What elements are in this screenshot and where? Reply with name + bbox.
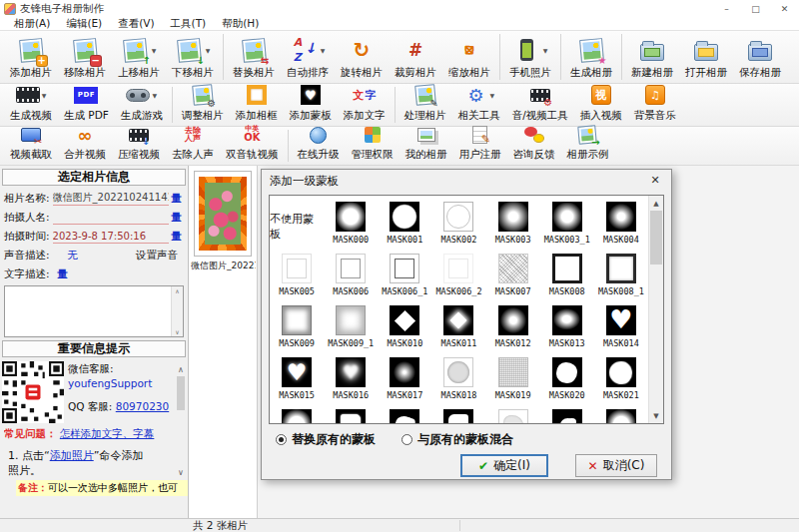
mask-item-mask006[interactable]: MASK006 — [324, 251, 378, 302]
scroll-down-icon[interactable]: ∨ — [175, 328, 179, 335]
make-pdf-button[interactable]: PDF生成 PDF — [58, 85, 115, 125]
menu-album[interactable]: 相册(A) — [6, 17, 58, 31]
make-video-button[interactable]: ▼生成视频 — [4, 85, 58, 125]
av-tools-button[interactable]: ⚙音/视频工具 — [506, 85, 574, 125]
menu-edit[interactable]: 编辑(E) — [58, 17, 110, 31]
minimize-icon[interactable]: – — [712, 0, 741, 17]
mask-item-mask013[interactable]: MASK013 — [540, 302, 594, 354]
open-album-button[interactable]: 打开相册 — [679, 32, 733, 82]
online-upgrade-button[interactable]: 在线升级 — [292, 128, 346, 164]
bg-music-button[interactable]: ♫背景音乐 — [628, 85, 682, 125]
mask-item-mask010[interactable]: MASK010 — [378, 302, 431, 354]
photo-name-value[interactable]: 微信图片_20221024114108 — [53, 191, 169, 206]
mask-item-mask009_1[interactable]: MASK009_1 — [324, 302, 378, 354]
dropdown-icon[interactable]: ▼ — [543, 47, 548, 54]
mask-list-scrollbar[interactable]: ▲ ▼ — [648, 196, 663, 423]
mask-item-partial[interactable] — [431, 406, 485, 424]
dropdown-icon[interactable]: ▼ — [206, 47, 211, 54]
photo-thumbnail[interactable] — [194, 171, 252, 257]
mask-item-mask008_1[interactable]: MASK008_1 — [594, 251, 648, 302]
mask-item-mask015[interactable]: ♥MASK015 — [270, 354, 324, 406]
scrollbar-thumb[interactable] — [177, 376, 185, 410]
mask-item-mask006_1[interactable]: MASK006_1 — [378, 251, 431, 302]
close-icon[interactable]: ✕ — [770, 0, 799, 17]
mask-item-mask018[interactable]: MASK018 — [431, 354, 485, 406]
mask-item-partial[interactable] — [486, 406, 540, 424]
mask-item-mask021[interactable]: MASK021 — [594, 354, 648, 406]
mask-item-mask006_2[interactable]: MASK006_2 — [431, 251, 485, 302]
add-photo-button[interactable]: +添加相片 — [4, 32, 58, 82]
dropdown-icon[interactable]: ▼ — [321, 47, 326, 54]
tips-scrollbar[interactable]: ∧ ∨ — [175, 365, 187, 477]
scroll-down-icon[interactable]: ∨ — [178, 468, 184, 477]
process-photo-button[interactable]: ✎处理相片 — [399, 85, 452, 125]
auto-sort-button[interactable]: AZ↓▼自动排序 — [281, 32, 335, 82]
phone-photo-button[interactable]: ▼手机照片 — [503, 32, 557, 82]
user-register-button[interactable]: ✎用户注册 — [453, 128, 507, 164]
replace-photo-button[interactable]: ⇆替换相片 — [227, 32, 281, 82]
manage-rights-button[interactable]: 管理权限 — [346, 128, 400, 164]
make-album-button[interactable]: ★生成相册 — [564, 32, 618, 82]
make-game-button[interactable]: ▼生成游戏 — [115, 85, 169, 125]
photo-name-more-link[interactable]: 量 — [172, 192, 183, 206]
feedback-button[interactable]: 咨询反馈 — [507, 128, 561, 164]
faq-link[interactable]: 怎样添加文字、字幕 — [60, 427, 155, 439]
qq-support-link[interactable]: 80970230 — [116, 400, 169, 412]
mask-item-partial[interactable] — [324, 406, 378, 424]
dropdown-icon[interactable]: ▼ — [42, 92, 47, 99]
mask-item-mask000[interactable]: MASK000 — [324, 199, 378, 251]
video-capture-button[interactable]: ✂视频截取 — [4, 128, 58, 164]
mask-item-mask005[interactable]: MASK005 — [270, 251, 324, 302]
textarea-scrollbar[interactable]: ∧ ∨ — [171, 286, 183, 336]
maximize-icon[interactable]: □ — [741, 0, 770, 17]
mask-item-mask008[interactable]: MASK008 — [540, 251, 594, 302]
mask-item-mask016[interactable]: ♥MASK016 — [324, 354, 378, 406]
photographer-more-link[interactable]: 量 — [172, 211, 183, 225]
add-text-button[interactable]: 文字添加文字 — [338, 85, 392, 125]
compress-video-button[interactable]: ↓压缩视频 — [112, 128, 166, 164]
scroll-up-icon[interactable]: ∧ — [178, 365, 184, 374]
mask-item-partial[interactable] — [594, 406, 648, 424]
cancel-button[interactable]: ✕ 取消(C) — [575, 454, 657, 477]
mask-item-mask007[interactable]: MASK007 — [486, 251, 540, 302]
adjust-photo-button[interactable]: ⚙调整相片 — [176, 85, 230, 125]
save-album-button[interactable]: 保存相册 — [733, 32, 787, 82]
crop-photo-button[interactable]: #裁剪相片 — [389, 32, 442, 82]
new-album-button[interactable]: 新建相册 — [625, 32, 679, 82]
text-description-input[interactable]: ∧ ∨ — [4, 285, 184, 337]
radio-blend-mask[interactable]: 与原有的蒙板混合 — [401, 431, 513, 448]
dropdown-icon[interactable]: ▼ — [152, 47, 157, 54]
mask-item-mask014[interactable]: ♥MASK014 — [594, 302, 648, 354]
related-tools-button[interactable]: ⚙▼相关工具 — [452, 85, 506, 125]
mask-item-partial[interactable] — [378, 406, 431, 424]
mask-item-mask011[interactable]: MASK011 — [431, 302, 485, 354]
menu-view[interactable]: 查看(V) — [110, 17, 162, 31]
scroll-up-icon[interactable]: ∧ — [175, 287, 179, 294]
move-down-photo-button[interactable]: ↓▼下移相片 — [166, 32, 220, 82]
add-photo-link[interactable]: 添加照片 — [50, 449, 94, 462]
text-desc-more-link[interactable]: 量 — [58, 267, 69, 281]
my-albums-button[interactable]: 我的相册 — [400, 128, 453, 164]
mask-item-partial[interactable] — [270, 406, 324, 424]
zoom-photo-button[interactable]: ↔↔缩放相片 — [442, 32, 496, 82]
scroll-up-icon[interactable]: ▲ — [649, 196, 663, 211]
dropdown-icon[interactable]: ▼ — [152, 92, 157, 99]
mask-item-mask003_1[interactable]: MASK003_1 — [540, 199, 594, 251]
album-samples-button[interactable]: →相册示例 — [561, 128, 615, 164]
ok-button[interactable]: ✔ 确定(I) — [460, 454, 548, 477]
mask-item-mask004[interactable]: MASK004 — [594, 199, 648, 251]
dialog-close-button[interactable]: ✕ — [639, 170, 671, 191]
mask-item-mask012[interactable]: MASK012 — [486, 302, 540, 354]
remove-photo-button[interactable]: −移除相片 — [58, 32, 112, 82]
merge-video-button[interactable]: ∞合并视频 — [58, 128, 112, 164]
add-frame-button[interactable]: 添加相框 — [230, 85, 284, 125]
mask-item-mask020[interactable]: MASK020 — [540, 354, 594, 406]
scrollbar-thumb[interactable] — [650, 211, 662, 265]
mask-item-mask009[interactable]: MASK009 — [270, 302, 324, 354]
dropdown-icon[interactable]: ▼ — [489, 92, 494, 99]
move-up-photo-button[interactable]: ↑▼上移相片 — [112, 32, 166, 82]
shoot-time-value[interactable]: 2023-9-8 17:50:16 — [53, 231, 169, 244]
mask-item-mask001[interactable]: MASK001 — [378, 199, 431, 251]
set-sound-link[interactable]: 设置声音 — [136, 249, 178, 263]
insert-video-button[interactable]: 视插入视频 — [574, 85, 628, 125]
